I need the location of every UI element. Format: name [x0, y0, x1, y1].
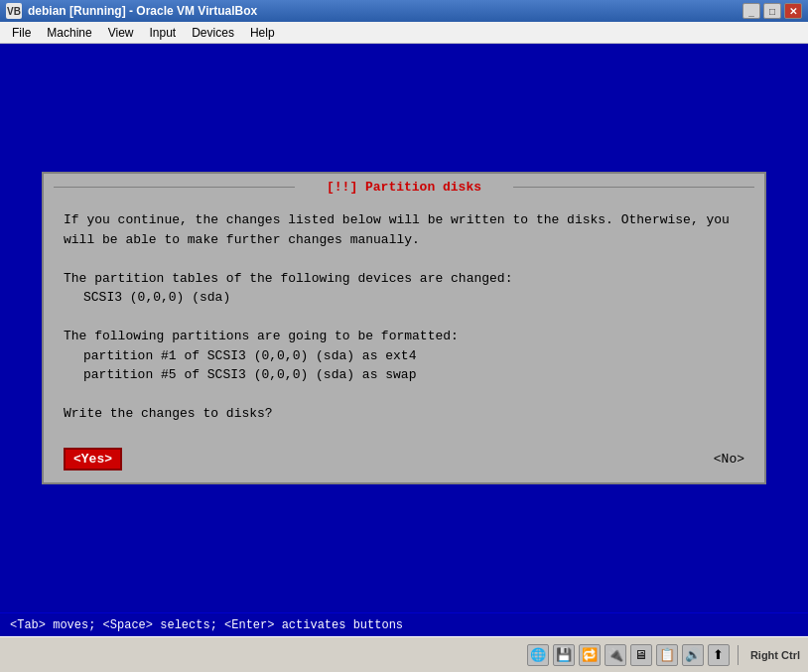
dialog-text-line-3: The partition tables of the following de… — [64, 269, 744, 289]
status-bar: <Tab> moves; <Space> selects; <Enter> ac… — [0, 612, 808, 636]
vm-display: [!!] Partition disks If you continue, th… — [0, 44, 808, 612]
close-button[interactable]: ✕ — [784, 3, 802, 19]
menu-bar: File Machine View Input Devices Help — [0, 22, 808, 44]
minimize-button[interactable]: _ — [742, 3, 760, 19]
dialog-text-line-5: The following partitions are going to be… — [64, 327, 744, 346]
right-ctrl-label: Right Ctrl — [750, 649, 800, 661]
taskbar-icon-2[interactable]: 💾 — [553, 644, 575, 666]
app-icon: VB — [6, 3, 22, 19]
taskbar-icon-7[interactable]: 🔊 — [682, 644, 704, 666]
taskbar-icon-3[interactable]: 🔁 — [579, 644, 601, 666]
dialog-title: [!!] Partition disks — [44, 174, 764, 199]
dialog-text-line-6: partition #1 of SCSI3 (0,0,0) (sda) as e… — [83, 346, 744, 366]
dialog-text-line-2: will be able to make further changes man… — [64, 230, 744, 250]
taskbar-icon-4[interactable]: 🔌 — [605, 644, 626, 666]
taskbar-icon-1[interactable]: 🌐 — [527, 644, 549, 666]
menu-devices[interactable]: Devices — [184, 24, 242, 42]
status-text: <Tab> moves; <Space> selects; <Enter> ac… — [10, 618, 403, 632]
taskbar-separator — [738, 645, 739, 665]
window-controls: _ □ ✕ — [742, 3, 802, 19]
dialog-text-line-7: partition #5 of SCSI3 (0,0,0) (sda) as s… — [83, 365, 744, 385]
yes-button[interactable]: <Yes> — [64, 448, 122, 470]
menu-machine[interactable]: Machine — [39, 24, 99, 42]
menu-view[interactable]: View — [100, 24, 142, 42]
no-button[interactable]: <No> — [714, 452, 744, 467]
taskbar: 🌐 💾 🔁 🔌 🖥 📋 🔊 ⬆ Right Ctrl — [0, 636, 808, 672]
taskbar-icon-5[interactable]: 🖥 — [630, 644, 652, 666]
menu-help[interactable]: Help — [242, 24, 283, 42]
taskbar-icon-6[interactable]: 📋 — [656, 644, 678, 666]
window-title: debian [Running] - Oracle VM VirtualBox — [28, 4, 257, 18]
menu-input[interactable]: Input — [142, 24, 185, 42]
taskbar-icon-8[interactable]: ⬆ — [708, 644, 730, 666]
dialog-text-line-4: SCSI3 (0,0,0) (sda) — [83, 288, 744, 308]
dialog-text-line-8: Write the changes to disks? — [64, 404, 744, 424]
dialog-text-line-1: If you continue, the changes listed belo… — [64, 210, 744, 230]
dialog-body: If you continue, the changes listed belo… — [44, 199, 764, 440]
title-bar: VB debian [Running] - Oracle VM VirtualB… — [0, 0, 808, 22]
partition-dialog: [!!] Partition disks If you continue, th… — [42, 172, 766, 484]
dialog-buttons: <Yes> <No> — [44, 440, 764, 482]
menu-file[interactable]: File — [4, 24, 39, 42]
maximize-button[interactable]: □ — [763, 3, 781, 19]
